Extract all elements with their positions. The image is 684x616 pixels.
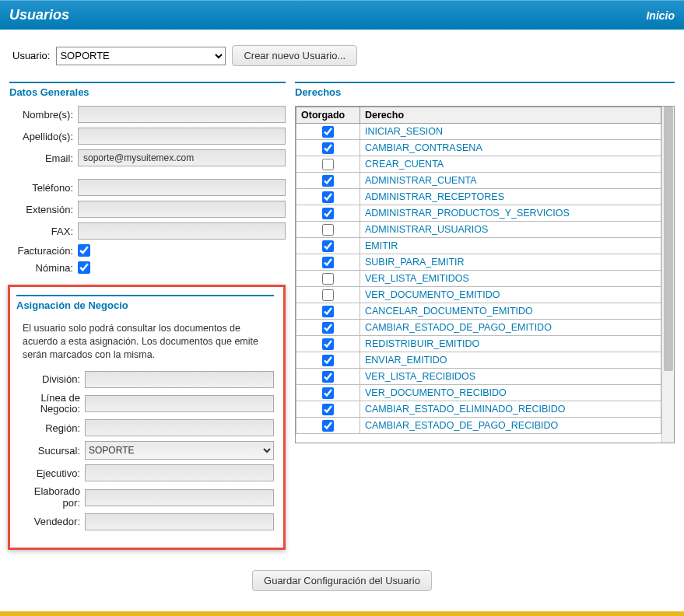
nombre-field[interactable] [78, 106, 286, 123]
rights-scrollbar[interactable] [661, 107, 674, 443]
label-sucursal: Sucursal: [16, 445, 85, 457]
right-name: VER_LISTA_RECIBIDOS [360, 369, 661, 385]
asignacion-highlight: Asignación de Negocio El usuario solo po… [8, 285, 286, 550]
table-row: INICIAR_SESION [296, 124, 661, 140]
user-select-row: Usuario: SOPORTE Crear nuevo Usuario... [9, 45, 675, 66]
right-checkbox[interactable] [322, 175, 334, 187]
right-checkbox[interactable] [322, 404, 334, 415]
table-row: ENVIAR_EMITIDO [296, 352, 661, 369]
right-name: VER_LISTA_EMITIDOS [360, 271, 661, 287]
linea-field[interactable] [85, 395, 274, 412]
right-name: ADMINISTRAR_RECEPTORES [360, 189, 661, 205]
label-nombre: Nombre(s): [9, 109, 78, 121]
right-checkbox[interactable] [322, 126, 334, 138]
asignacion-section: Asignación de Negocio El usuario solo po… [16, 295, 274, 530]
apellido-field[interactable] [78, 128, 286, 145]
table-row: CANCELAR_DOCUMENTO_EMITIDO [296, 303, 661, 320]
user-label: Usuario: [12, 50, 50, 61]
label-extension: Extensión: [9, 204, 78, 215]
label-fax: FAX: [9, 226, 78, 237]
right-name: REDISTRIBUIR_EMITIDO [360, 336, 661, 352]
right-checkbox[interactable] [322, 371, 334, 383]
nomina-checkbox[interactable] [78, 261, 90, 274]
right-checkbox[interactable] [322, 338, 334, 350]
table-row: CAMBIAR_CONTRASENA [296, 140, 661, 156]
right-name: ENVIAR_EMITIDO [360, 352, 661, 369]
header-bar: Usuarios Inicio [0, 0, 684, 30]
label-ejecutivo: Ejecutivo: [16, 467, 85, 479]
col-derecho: Derecho [360, 107, 661, 124]
right-checkbox[interactable] [322, 387, 334, 399]
facturacion-checkbox[interactable] [78, 244, 90, 257]
right-checkbox[interactable] [322, 273, 334, 285]
right-checkbox[interactable] [322, 224, 334, 236]
user-select[interactable]: SOPORTE [56, 47, 226, 65]
save-config-button[interactable]: Guardar Configuración del Usuario [252, 570, 432, 591]
label-nomina: Nómina: [9, 262, 78, 274]
fax-field[interactable] [78, 222, 286, 240]
derechos-title: Derechos [295, 86, 675, 98]
right-checkbox[interactable] [322, 257, 334, 268]
right-checkbox[interactable] [322, 355, 334, 366]
scrollbar-thumb[interactable] [664, 107, 673, 371]
label-telefono: Teléfono: [9, 182, 78, 194]
rights-table: Otorgado Derecho INICIAR_SESIONCAMBIAR_C… [296, 107, 661, 434]
home-link[interactable]: Inicio [646, 9, 675, 22]
create-user-button[interactable]: Crear nuevo Usuario... [232, 45, 357, 66]
email-field[interactable] [78, 149, 286, 166]
table-row: CAMBIAR_ESTADO_ELIMINADO_RECIBIDO [296, 401, 661, 418]
datos-generales-section: Datos Generales Nombre(s): Apellido(s): … [9, 82, 286, 274]
label-vendedor: Vendedor: [16, 516, 85, 527]
table-row: ADMINISTRAR_USUARIOS [296, 222, 661, 238]
sucursal-select[interactable]: SOPORTE [85, 441, 274, 460]
telefono-field[interactable] [78, 179, 286, 196]
right-name: SUBIR_PARA_EMITIR [360, 254, 661, 271]
right-checkbox[interactable] [322, 322, 334, 334]
table-row: CAMBIAR_ESTADO_DE_PAGO_RECIBIDO [296, 418, 661, 434]
right-name: CANCELAR_DOCUMENTO_EMITIDO [360, 303, 661, 320]
table-row: REDISTRIBUIR_EMITIDO [296, 336, 661, 352]
label-facturacion: Facturación: [9, 245, 78, 257]
asignacion-helper: El usuario solo podrá consultar los docu… [16, 319, 274, 371]
table-row: VER_LISTA_EMITIDOS [296, 271, 661, 287]
table-row: CREAR_CUENTA [296, 156, 661, 173]
right-name: ADMINISTRAR_USUARIOS [360, 222, 661, 238]
right-checkbox[interactable] [322, 208, 334, 219]
table-row: VER_LISTA_RECIBIDOS [296, 369, 661, 385]
derechos-section: Derechos Otorgado Derecho INICIAR_SESION… [295, 82, 675, 443]
extension-field[interactable] [78, 201, 286, 218]
ejecutivo-field[interactable] [85, 464, 274, 481]
right-name: EMITIR [360, 238, 661, 254]
right-name: VER_DOCUMENTO_EMITIDO [360, 287, 661, 303]
page-title: Usuarios [9, 7, 69, 23]
table-row: ADMINISTRAR_CUENTA [296, 173, 661, 189]
vendedor-field[interactable] [85, 513, 274, 530]
right-name: CREAR_CUENTA [360, 156, 661, 173]
right-checkbox[interactable] [322, 191, 334, 203]
table-row: SUBIR_PARA_EMITIR [296, 254, 661, 271]
asignacion-title: Asignación de Negocio [16, 299, 274, 311]
footer [0, 611, 684, 616]
right-checkbox[interactable] [322, 289, 334, 301]
table-row: CAMBIAR_ESTADO_DE_PAGO_EMITIDO [296, 320, 661, 336]
datos-generales-title: Datos Generales [9, 86, 286, 98]
right-name: ADMINISTRAR_CUENTA [360, 173, 661, 189]
right-checkbox[interactable] [322, 306, 334, 317]
content-area: Usuario: SOPORTE Crear nuevo Usuario... … [0, 30, 684, 611]
label-email: Email: [9, 152, 78, 164]
right-checkbox[interactable] [322, 240, 334, 252]
region-field[interactable] [85, 419, 274, 436]
col-otorgado: Otorgado [296, 107, 360, 124]
right-name: CAMBIAR_ESTADO_DE_PAGO_RECIBIDO [360, 418, 661, 434]
right-checkbox[interactable] [322, 159, 334, 170]
division-field[interactable] [85, 371, 274, 388]
elaborado-field[interactable] [85, 489, 274, 506]
right-name: INICIAR_SESION [360, 124, 661, 140]
label-region: Región: [16, 422, 85, 434]
table-row: VER_DOCUMENTO_RECIBIDO [296, 385, 661, 401]
label-linea: Línea de Negocio: [16, 393, 85, 415]
label-elaborado: Elaborado por: [16, 486, 85, 509]
right-checkbox[interactable] [322, 420, 334, 432]
table-row: EMITIR [296, 238, 661, 254]
right-checkbox[interactable] [322, 142, 334, 154]
